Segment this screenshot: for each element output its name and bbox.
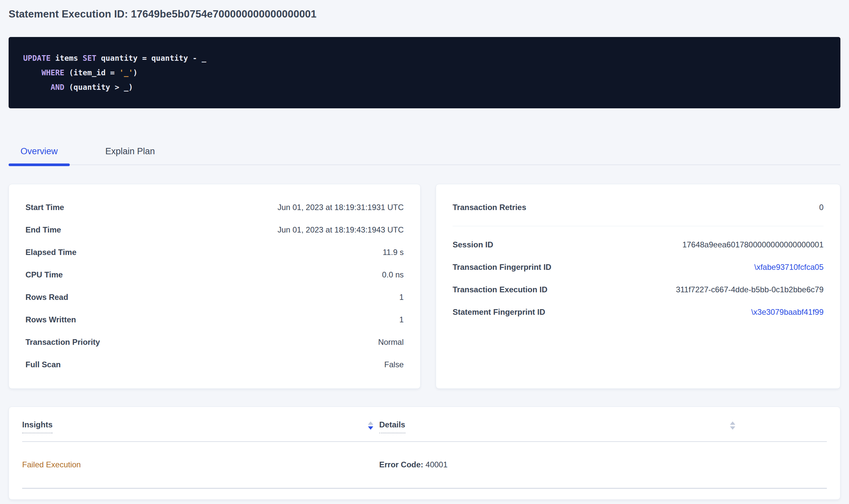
sort-icon-details[interactable] [730,421,735,430]
stat-value: 1 [399,316,404,324]
stat-label: Statement Fingerprint ID [453,308,545,316]
stat-row-cpu-time: CPU Time 0.0 ns [25,264,404,286]
stat-label: Transaction Fingerprint ID [453,263,552,271]
stat-label: Transaction Priority [25,338,100,346]
page: Statement Execution ID: 17649be5b0754e70… [0,0,849,500]
sql-token: quantity = quantity - _ [97,54,206,62]
stat-row-elapsed-time: Elapsed Time 11.9 s [25,241,404,264]
stat-row-transaction-execution-id: Transaction Execution ID 311f7227-c667-4… [453,278,824,301]
sql-token: '_' [119,68,133,77]
tab-bar: Overview Explain Plan [8,147,841,165]
stat-label: Elapsed Time [25,248,76,256]
stat-label: Start Time [25,203,64,211]
sql-line-2: WHERE (item_id = '_') [23,66,826,80]
sql-token: SET [83,54,97,62]
column-title-details: Details [379,421,405,433]
sql-line-1: UPDATE items SET quantity = quantity - _ [23,51,826,66]
stat-value: 1 [399,293,404,301]
statement-fingerprint-link[interactable]: \x3e3079baabf41f99 [751,308,824,316]
insight-failed-execution: Failed Execution [22,460,81,469]
detail-cell: Error Code: 40001 [379,461,741,469]
sql-token: ) [133,68,138,77]
sql-token: AND [51,83,65,91]
sql-token: UPDATE [23,54,51,62]
stat-row-end-time: End Time Jun 01, 2023 at 18:19:43:1943 U… [25,219,404,241]
stat-row-rows-written: Rows Written 1 [25,308,404,331]
stat-row-statement-fingerprint-id: Statement Fingerprint ID \x3e3079baabf41… [453,301,824,323]
sort-up-arrow-icon [368,421,373,425]
sort-down-arrow-icon [730,426,735,430]
stat-label: Full Scan [25,361,61,368]
sql-token: (quantity > _) [65,83,133,91]
stat-value: False [384,361,404,368]
sql-statement-box: UPDATE items SET quantity = quantity - _… [8,37,841,108]
stat-row-start-time: Start Time Jun 01, 2023 at 18:19:31:1931… [25,196,404,219]
stat-value: 11.9 s [382,248,404,256]
page-title: Statement Execution ID: 17649be5b0754e70… [8,0,841,20]
error-code-value: 40001 [426,460,448,469]
stat-value: Normal [378,338,404,346]
transaction-fingerprint-link[interactable]: \xfabe93710fcfca05 [755,263,824,271]
stat-label: End Time [25,226,61,234]
column-title-insights: Insights [22,421,53,433]
stat-label: Session ID [453,241,493,249]
tab-explain-plan[interactable]: Explain Plan [93,147,167,164]
sql-token: (item_id = [65,68,119,77]
column-header-insights[interactable]: Insights [22,421,379,433]
session-id-value: 17648a9eea6017800000000000000001 [682,241,824,249]
stat-row-transaction-retries: Transaction Retries 0 [453,196,824,219]
column-spacer [741,421,827,433]
insights-table-header: Insights Details [22,407,827,442]
divider [453,226,824,226]
overview-card: Start Time Jun 01, 2023 at 18:19:31:1931… [8,184,420,389]
stat-row-rows-read: Rows Read 1 [25,286,404,308]
sql-token [23,83,51,91]
error-code-label: Error Code: [379,460,423,469]
sql-line-3: AND (quantity > _) [23,80,826,94]
insight-cell: Failed Execution [22,461,379,469]
stat-label: Rows Written [25,316,76,324]
sql-token [23,68,41,77]
stat-value: Jun 01, 2023 at 18:19:31:1931 UTC [277,203,404,211]
stat-row-transaction-fingerprint-id: Transaction Fingerprint ID \xfabe93710fc… [453,256,824,278]
stat-label: Transaction Retries [453,203,526,211]
stat-label: Transaction Execution ID [453,286,548,294]
column-header-details[interactable]: Details [379,421,741,433]
sql-token: WHERE [41,68,64,77]
transaction-execution-id-value: 311f7227-c667-4dde-b5bb-0c1b2bbe6c79 [676,286,824,294]
summary-cards: Start Time Jun 01, 2023 at 18:19:31:1931… [8,184,841,389]
sort-down-arrow-icon [368,426,373,430]
insights-table-card: Insights Details Failed Execution Err [8,407,841,500]
tab-overview[interactable]: Overview [8,147,70,164]
stat-label: CPU Time [25,271,63,279]
stat-value: 0.0 ns [382,271,404,279]
insight-row: Failed Execution Error Code: 40001 [22,442,827,489]
sql-token: items [51,54,83,62]
stat-value: Jun 01, 2023 at 18:19:43:1943 UTC [277,226,404,234]
stat-row-full-scan: Full Scan False [25,354,404,376]
sort-up-arrow-icon [730,421,735,425]
stat-row-transaction-priority: Transaction Priority Normal [25,331,404,354]
transaction-card: Transaction Retries 0 Session ID 17648a9… [436,184,841,389]
stat-row-session-id: Session ID 17648a9eea6017800000000000000… [453,234,824,256]
sort-icon-insights[interactable] [368,421,373,430]
stat-value: 0 [819,203,824,211]
stat-label: Rows Read [25,293,68,301]
